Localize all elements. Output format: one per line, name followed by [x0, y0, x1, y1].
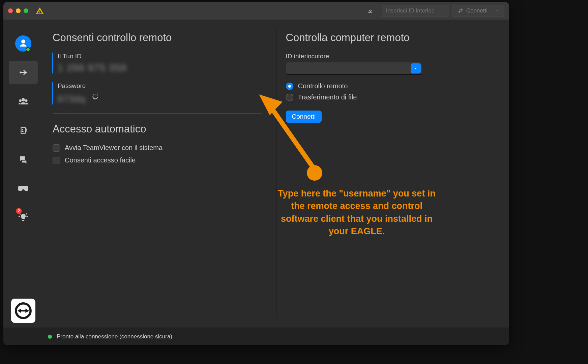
- person-icon: [19, 39, 28, 48]
- window-controls: [8, 8, 28, 13]
- partner-id-input[interactable]: [286, 62, 422, 75]
- start-with-system-label: Avvia TeamViewer con il sistema: [65, 144, 163, 152]
- refresh-icon: [91, 93, 99, 100]
- app-logo: [11, 299, 35, 323]
- remote-control-radio-row[interactable]: Controllo remoto: [286, 82, 495, 90]
- sidebar-item-meeting[interactable]: [9, 90, 38, 113]
- status-bar: Pronto alla connessione (connessione sic…: [3, 328, 509, 345]
- auto-access-heading: Accesso automatico: [53, 123, 262, 135]
- checkbox-unchecked[interactable]: [53, 144, 60, 152]
- address-book-icon: [19, 126, 28, 135]
- password-label: Password: [58, 82, 262, 90]
- connect-button[interactable]: Connetti: [286, 111, 322, 123]
- annotation-text: Type here the "username" you set in the …: [276, 187, 438, 238]
- annotation-dot: [307, 165, 322, 181]
- minimize-window-button[interactable]: [16, 8, 21, 13]
- password-value[interactable]: 673dq: [58, 94, 86, 104]
- titlebar-connect-label: Connetti: [466, 7, 488, 14]
- status-indicator-dot: [48, 335, 52, 339]
- sidebar-item-account[interactable]: [9, 32, 38, 55]
- start-with-system-checkbox-row[interactable]: Avvia TeamViewer con il sistema: [53, 144, 262, 152]
- password-block: Password 673dq: [52, 82, 262, 104]
- your-id-value[interactable]: 1 266 975 358: [58, 62, 262, 73]
- titlebar-partner-id-input[interactable]: [382, 5, 449, 17]
- allow-remote-heading: Consenti controllo remoto: [53, 32, 262, 44]
- people-icon: [18, 96, 28, 107]
- sidebar-item-chat[interactable]: [9, 148, 38, 171]
- sidebar-item-contacts[interactable]: [9, 119, 38, 142]
- partner-id-field-wrap: [286, 62, 422, 75]
- teamviewer-logo-icon: [14, 302, 32, 320]
- remote-control-radio-label: Controllo remoto: [298, 82, 348, 90]
- allow-remote-panel: Consenti controllo remoto Il Tuo ID 1 26…: [43, 20, 276, 328]
- sidebar-item-ar[interactable]: [9, 177, 38, 200]
- chat-icon: [19, 155, 28, 164]
- download-icon[interactable]: [367, 7, 374, 14]
- checkbox-unchecked[interactable]: [53, 157, 60, 164]
- swap-icon: [458, 8, 464, 14]
- app-window: Connetti: [3, 2, 509, 345]
- lightbulb-icon: [19, 213, 28, 222]
- control-remote-panel: Controlla computer remoto ID interlocuto…: [276, 20, 509, 328]
- chevron-down-icon: [413, 66, 418, 71]
- titlebar: Connetti: [3, 2, 509, 20]
- vr-glasses-icon: [18, 185, 28, 191]
- maximize-window-button[interactable]: [24, 8, 28, 13]
- close-window-button[interactable]: [8, 8, 13, 13]
- your-id-block: Il Tuo ID 1 266 975 358: [52, 53, 262, 73]
- easy-access-label: Consenti accesso facile: [65, 156, 136, 164]
- main: Consenti controllo remoto Il Tuo ID 1 26…: [43, 20, 509, 328]
- refresh-password-button[interactable]: [90, 92, 100, 101]
- divider-line: [53, 113, 262, 114]
- radio-unselected[interactable]: [286, 94, 293, 101]
- easy-access-checkbox-row[interactable]: Consenti accesso facile: [53, 156, 262, 164]
- titlebar-connect-button[interactable]: Connetti: [452, 5, 504, 17]
- status-text: Pronto alla connessione (connessione sic…: [57, 333, 172, 340]
- warning-icon: [36, 7, 44, 15]
- file-transfer-radio-row[interactable]: Trasferimento di file: [286, 93, 495, 101]
- radio-selected[interactable]: [286, 83, 293, 90]
- notification-badge: 2: [16, 208, 22, 214]
- online-status-dot: [26, 47, 30, 52]
- your-id-label: Il Tuo ID: [58, 53, 262, 60]
- chevron-down-icon[interactable]: [492, 9, 499, 13]
- partner-id-label: ID interlocutore: [286, 53, 495, 60]
- body: 2 Consenti controllo remoto Il Tuo ID 1 …: [3, 20, 509, 328]
- control-remote-heading: Controlla computer remoto: [286, 32, 495, 44]
- partner-id-dropdown-button[interactable]: [411, 63, 421, 73]
- sidebar-item-extras[interactable]: 2: [9, 206, 38, 229]
- sidebar-item-remote-control[interactable]: [9, 61, 38, 84]
- file-transfer-radio-label: Trasferimento di file: [298, 93, 357, 101]
- sidebar: 2: [3, 20, 43, 328]
- swap-horizontal-icon: [18, 67, 28, 78]
